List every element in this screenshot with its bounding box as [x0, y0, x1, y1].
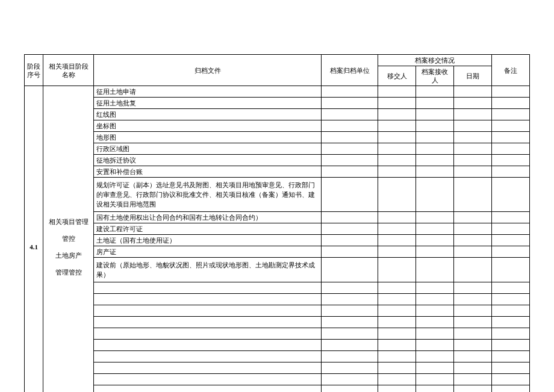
stage-no-cell: 4.1 [25, 86, 43, 393]
date-cell [454, 317, 492, 328]
table-row: 行政区域图 [25, 143, 530, 155]
table-row [25, 328, 530, 340]
file-cell [94, 351, 322, 362]
transferor-cell [378, 374, 416, 385]
unit-cell [321, 212, 378, 223]
date-cell [454, 282, 492, 294]
header-transfer-group: 档案移交情况 [378, 55, 492, 66]
date-cell [454, 374, 492, 385]
remark-cell [492, 294, 530, 305]
transferor-cell [378, 109, 416, 120]
date-cell [454, 223, 492, 235]
transferor-cell [378, 235, 416, 246]
unit-cell [321, 178, 378, 212]
transferor-cell [378, 246, 416, 258]
remark-cell [492, 120, 530, 132]
table-row [25, 340, 530, 351]
file-cell [94, 385, 322, 393]
transferor-cell [378, 385, 416, 393]
file-cell: 规划许可证（副本）选址意见书及附图、相关项目用地预审意见、行政部门的审查意见、行… [94, 178, 322, 212]
file-cell [94, 305, 322, 317]
receiver-cell [416, 374, 454, 385]
transferor-cell [378, 328, 416, 340]
header-stage-no: 阶段序号 [25, 55, 43, 86]
remark-cell [492, 109, 530, 120]
date-cell [454, 258, 492, 282]
header-file: 归档文件 [94, 55, 322, 86]
date-cell [454, 385, 492, 393]
header-receiver: 档案接收人 [416, 66, 454, 86]
table-row [25, 351, 530, 362]
table-row: 红线图 [25, 109, 530, 120]
table-row: 房产证 [25, 246, 530, 258]
table-row [25, 317, 530, 328]
file-cell: 坐标图 [94, 120, 322, 132]
file-cell: 国有土地使用权出让合同合约和国有土地转让合同合约） [94, 212, 322, 223]
table-row: 安置和补偿台账 [25, 166, 530, 178]
date-cell [454, 305, 492, 317]
table-row [25, 385, 530, 393]
remark-cell [492, 86, 530, 98]
table-row: 建设前（原始地形、地貌状况图、照片或现状地形图、土地勘测定界技术成果） [25, 258, 530, 282]
transferor-cell [378, 166, 416, 178]
date-cell [454, 132, 492, 143]
remark-cell [492, 351, 530, 362]
receiver-cell [416, 282, 454, 294]
remark-cell [492, 98, 530, 109]
receiver-cell [416, 86, 454, 98]
file-cell: 地形图 [94, 132, 322, 143]
transferor-cell [378, 98, 416, 109]
transferor-cell [378, 340, 416, 351]
remark-cell [492, 212, 530, 223]
receiver-cell [416, 385, 454, 393]
remark-cell [492, 258, 530, 282]
file-cell: 房产证 [94, 246, 322, 258]
unit-cell [321, 305, 378, 317]
receiver-cell [416, 258, 454, 282]
transferor-cell [378, 120, 416, 132]
table-row: 国有土地使用权出让合同合约和国有土地转让合同合约） [25, 212, 530, 223]
file-cell: 行政区域图 [94, 143, 322, 155]
date-cell [454, 351, 492, 362]
remark-cell [492, 374, 530, 385]
transferor-cell [378, 317, 416, 328]
stage-name-line: 相关项目管理管控 [46, 213, 91, 247]
date-cell [454, 120, 492, 132]
table-body: 4.1相关项目管理管控土地房产管理管控征用土地申请 征用土地批复 红线图 坐标图… [25, 86, 530, 393]
unit-cell [321, 362, 378, 374]
receiver-cell [416, 294, 454, 305]
header-remark: 备注 [492, 55, 530, 86]
table-row: 征用土地批复 [25, 98, 530, 109]
transferor-cell [378, 294, 416, 305]
unit-cell [321, 246, 378, 258]
remark-cell [492, 143, 530, 155]
unit-cell [321, 98, 378, 109]
file-cell [94, 294, 322, 305]
header-stage-name: 相关项目阶段名称 [43, 55, 94, 86]
transferor-cell [378, 362, 416, 374]
unit-cell [321, 282, 378, 294]
receiver-cell [416, 98, 454, 109]
table-row [25, 305, 530, 317]
table-row: 地形图 [25, 132, 530, 143]
file-cell: 红线图 [94, 109, 322, 120]
file-cell: 征地拆迁协议 [94, 155, 322, 166]
remark-cell [492, 155, 530, 166]
unit-cell [321, 132, 378, 143]
receiver-cell [416, 351, 454, 362]
remark-cell [492, 246, 530, 258]
remark-cell [492, 178, 530, 212]
table-row [25, 282, 530, 294]
file-cell [94, 340, 322, 351]
file-cell [94, 282, 322, 294]
receiver-cell [416, 166, 454, 178]
receiver-cell [416, 178, 454, 212]
transferor-cell [378, 155, 416, 166]
table-row: 4.1相关项目管理管控土地房产管理管控征用土地申请 [25, 86, 530, 98]
unit-cell [321, 385, 378, 393]
unit-cell [321, 235, 378, 246]
date-cell [454, 143, 492, 155]
file-cell [94, 317, 322, 328]
stage-name-line: 土地房产 [46, 247, 91, 264]
unit-cell [321, 351, 378, 362]
